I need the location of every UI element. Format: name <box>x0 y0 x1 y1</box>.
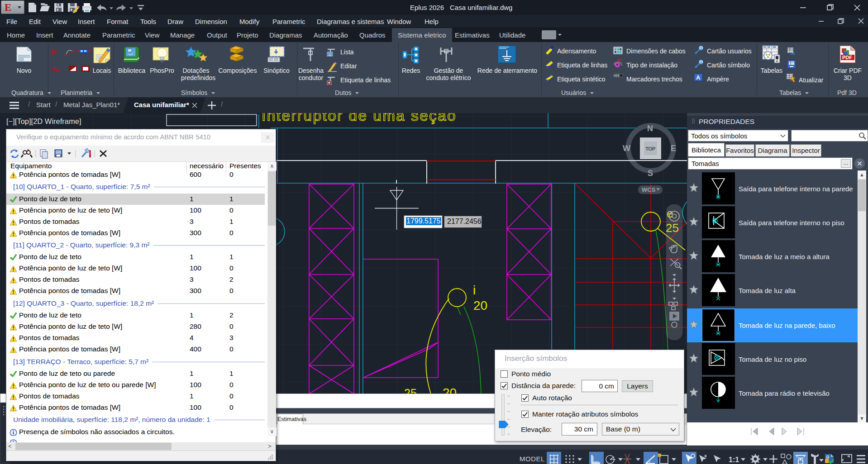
svg-text:[−][Top][2D Wireframe]: [−][Top][2D Wireframe] <box>6 117 81 125</box>
svg-text:S: S <box>648 169 653 178</box>
svg-text:102: 102 <box>616 58 622 62</box>
svg-text:PDF: PDF <box>842 55 852 60</box>
svg-text:20: 20 <box>443 386 457 394</box>
svg-text:WCS: WCS <box>642 186 656 193</box>
svg-text:i: i <box>473 283 476 297</box>
svg-text:A: A <box>696 74 701 81</box>
svg-text:25: 25 <box>404 387 417 394</box>
svg-text:20: 20 <box>473 298 487 312</box>
svg-text:TOP: TOP <box>645 146 656 152</box>
svg-text:1: 1 <box>700 47 702 50</box>
svg-text:N: N <box>647 124 653 133</box>
svg-text:Interruptor de uma seção: Interruptor de uma seção <box>262 113 457 124</box>
svg-text:E: E <box>671 144 676 153</box>
svg-text:1: 1 <box>700 61 702 64</box>
svg-text:W: W <box>623 144 630 153</box>
svg-text:1:1: 1:1 <box>729 456 739 464</box>
